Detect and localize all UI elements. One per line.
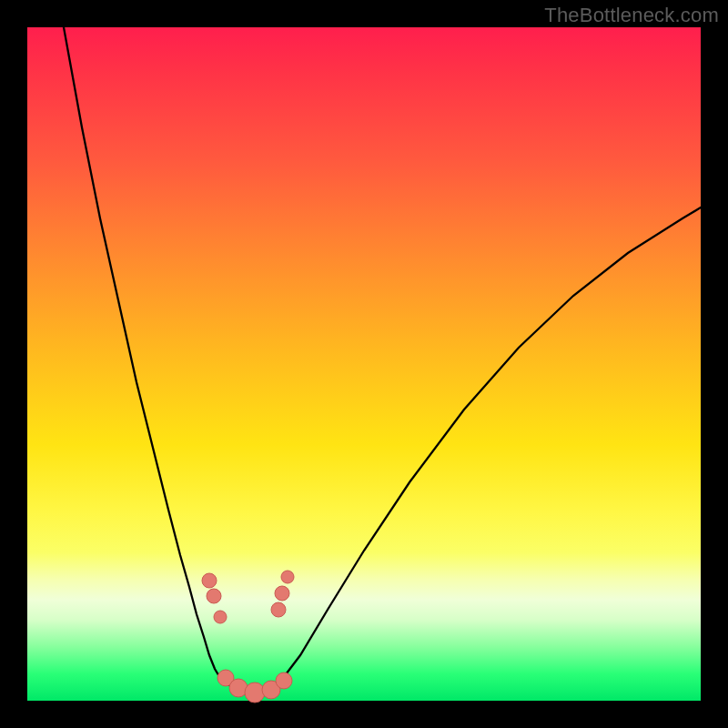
left-dot-upper: [202, 573, 217, 588]
left-dot-mid: [207, 589, 221, 603]
chart-svg: [27, 27, 701, 701]
chart-plot-area: [27, 27, 701, 701]
left-dot-lower: [214, 611, 227, 623]
watermark-text: TheBottleneck.com: [544, 4, 719, 27]
bottleneck-curve: [64, 27, 701, 693]
right-dot-upper: [281, 571, 294, 583]
floor-dot-3: [245, 682, 265, 703]
chart-frame: TheBottleneck.com: [0, 0, 728, 728]
right-dot-mid: [275, 586, 289, 601]
right-dot-lower: [271, 602, 286, 617]
floor-dot-5: [276, 672, 292, 689]
marker-cluster: [202, 571, 294, 703]
